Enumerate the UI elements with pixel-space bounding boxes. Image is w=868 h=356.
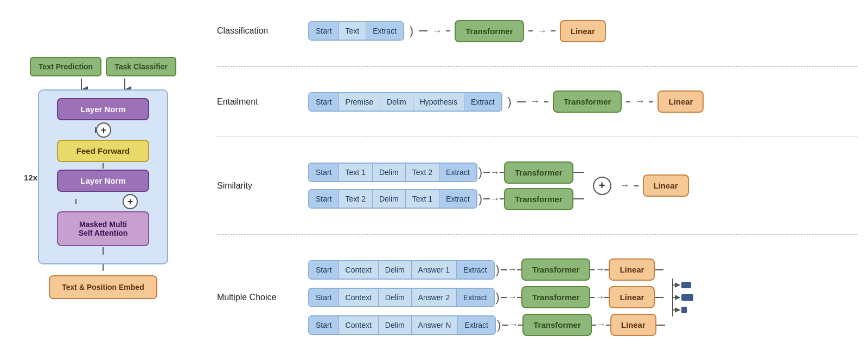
seq-ans2-mc2: Answer 2 [412,289,457,306]
task-classifier-box: Task Classifier [106,57,176,76]
seq-hypothesis: Hypothesis [413,93,464,111]
seq-text1-s1: Text 1 [339,164,373,181]
diagram: Text Prediction Task Classifier 12x Laye… [11,5,857,352]
seq-premise: Premise [339,93,380,111]
seq-delim-s1: Delim [373,164,406,181]
linear-entailment: Linear [658,90,704,113]
seq-context-mc1: Context [339,261,379,279]
output-boxes: Text Prediction Task Classifier [30,57,176,76]
seq-text: Text [339,22,367,40]
mc-rows: Start Context Delim Answer 1 Extract ) →… [308,258,665,336]
divider-1 [217,66,857,67]
svg-rect-12 [681,294,693,301]
seq-classification: Start Text Extract [308,21,404,41]
seq-extract-e: Extract [464,93,501,111]
transformer-mc-2: Transformer [521,286,591,308]
seq-extract-mc2: Extract [457,289,494,306]
transformer-mc-1: Transformer [521,258,591,281]
seq-extract-mc3: Extract [458,316,495,334]
seq-mc-3: Start Context Delim Answer N Extract [308,315,496,335]
label-mc: Multiple Choice [217,293,304,302]
text-prediction-box: Text Prediction [30,57,101,76]
similarity-rows: Start Text 1 Delim Text 2 Extract ) → Tr… [308,161,584,210]
layer-norm-bottom: Layer Norm [57,170,149,192]
seq-delim-mc1: Delim [379,261,412,279]
layer-norm-top: Layer Norm [57,98,149,120]
feed-forward: Feed Forward [57,140,149,162]
seq-entailment: Start Premise Delim Hypothesis Extract [308,92,502,112]
seq-context-mc3: Context [339,316,379,334]
left-panel: Text Prediction Task Classifier 12x Laye… [11,57,195,299]
seq-start-e: Start [309,93,339,111]
seq-text2-s1: Text 2 [406,164,439,181]
seq-context-mc2: Context [339,289,379,306]
seq-start-s1: Start [309,164,339,181]
transformer-stack: 12x Layer Norm + Feed Forward [38,89,168,264]
seq-sim-1: Start Text 1 Delim Text 2 Extract [308,163,477,182]
seq-start-mc2: Start [309,289,339,306]
transformer-mc-3: Transformer [522,314,592,336]
twelve-x-label: 12x [24,172,37,182]
divider-2 [217,137,857,137]
add-circle-bottom: + [123,194,138,209]
transformer-sim-1: Transformer [504,161,573,184]
task-classification: Classification Start Text Extract ) → Tr… [217,14,857,49]
linear-similarity: Linear [643,174,689,197]
seq-extract-mc1: Extract [457,261,494,279]
seq-start-mc1: Start [309,261,339,279]
linear-mc-3: Linear [610,314,656,336]
seq-sim-2: Start Text 2 Delim Text 1 Extract [308,189,477,209]
linear-classification: Linear [560,20,606,42]
seq-delim-mc3: Delim [379,316,412,334]
task-entailment: Entailment Start Premise Delim Hypothesi… [217,84,857,119]
label-entailment: Entailment [217,97,304,107]
seq-delim-s2: Delim [373,190,406,208]
transformer-classification: Transformer [455,20,524,42]
seq-extract-s2: Extract [439,190,476,208]
seq-delim-e: Delim [380,93,413,111]
seq-extract-s1: Extract [439,164,476,181]
divider-3 [217,234,857,235]
transformer-sim-2: Transformer [504,188,573,210]
add-circle-similarity: + [593,177,611,195]
label-classification: Classification [217,26,304,36]
masked-attn: Masked Multi Self Attention [57,211,149,246]
embed-box: Text & Position Embed [49,275,157,299]
seq-mc-2: Start Context Delim Answer 2 Extract [308,288,495,307]
seq-start-mc3: Start [309,316,339,334]
seq-text1-s2: Text 1 [406,190,439,208]
svg-rect-13 [681,307,687,313]
linear-mc-2: Linear [609,286,655,308]
seq-text2-s2: Text 2 [339,190,373,208]
seq-start: Start [309,22,339,40]
add-circle-top: + [96,122,111,138]
right-panel: Classification Start Text Extract ) → Tr… [195,5,857,352]
label-similarity: Similarity [217,181,304,191]
task-similarity: Similarity Start Text 1 Delim Text 2 Ext… [217,155,857,217]
seq-ans1-mc1: Answer 1 [412,261,457,279]
seq-delim-mc2: Delim [379,289,412,306]
transformer-entailment: Transformer [553,90,622,113]
seq-extract: Extract [366,22,403,40]
linear-mc-1: Linear [609,258,655,281]
task-mc: Multiple Choice Start Context Delim Answ… [217,252,857,342]
softmax-chart [672,279,693,316]
seq-start-s2: Start [309,190,339,208]
svg-rect-11 [681,282,691,288]
seq-ansn-mc3: Answer N [412,316,458,334]
seq-mc-1: Start Context Delim Answer 1 Extract [308,260,495,280]
